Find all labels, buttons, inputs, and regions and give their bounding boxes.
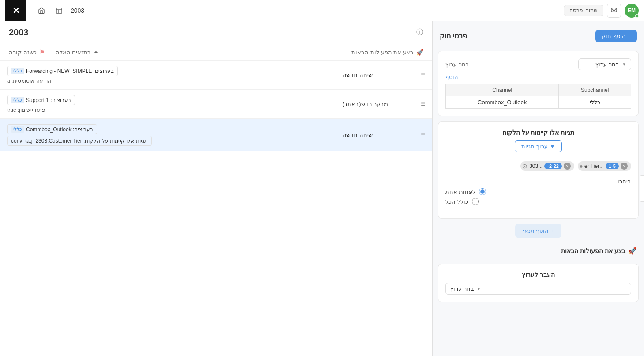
rocket-header-icon: 🚀 (416, 49, 423, 56)
table-row: כללי Commbox_Outlook (446, 96, 631, 109)
condition-badge: כללי (11, 68, 24, 74)
radio-section: ביחרו לפחות אחת כולל הכל (445, 174, 631, 211)
add-rule-button[interactable]: + הוסף חוק (595, 30, 637, 42)
nav-right: 2003 ✕ (5, 0, 84, 21)
conditions-header-icon: ✦ (94, 49, 98, 56)
dropdown-arrow: ▼ (622, 62, 626, 67)
condition-text: בערוצים: Support 1 (26, 97, 71, 103)
subchannel-header: Subchannel (559, 84, 631, 96)
radio-all[interactable] (472, 198, 479, 205)
tag-label: ...er Tier (584, 163, 604, 169)
online-dot (635, 14, 639, 18)
rule-action: שיחה חדשה (335, 119, 414, 151)
table-icon-button[interactable] (53, 4, 65, 17)
add-condition-section: + הוסף תנאי (438, 224, 639, 238)
radio-at-least[interactable] (479, 188, 486, 195)
page-header-right: ⓘ (416, 28, 423, 37)
row-menu-button[interactable]: ≡ (414, 119, 432, 151)
tag-target-icon: ⊙ (522, 163, 527, 170)
radio-label-all: כולל הכל (445, 198, 468, 205)
execute-section: 🚀 בצע את הפעולות הבאות (438, 243, 639, 258)
channel-dropdown[interactable]: ▼ בחר ערוץ (578, 58, 631, 70)
add-condition-button[interactable]: + הוסף תנאי (515, 224, 562, 238)
rule-action: שיחה חדשה (335, 61, 414, 89)
transfer-dropdown[interactable]: ▼ בחר ערוץ (445, 283, 631, 295)
list-item: × 2-22- ...303 ⊙ (520, 161, 574, 171)
channel-cell: Commbox_Outlook (446, 96, 559, 109)
info-icon[interactable]: ⓘ (416, 28, 423, 37)
tag-badge: 2-22- (544, 163, 562, 169)
table-row: ≡ שיחה חדשה בערוצים: Commbox_Outlook כלל… (0, 119, 432, 151)
channel-select-row: ▼ בחר ערוץ בחר ערוץ (445, 58, 631, 70)
condition-tag: בערוצים: Support 1 כללי (7, 95, 75, 105)
execute-header-label: בצע את הפעולות הבאות (351, 49, 414, 56)
table-row: ≡ שיחה חדשה בערוצים: Forwarding - NEW_SI… (0, 61, 432, 90)
save-publish-button[interactable]: שמור ופרסם (564, 5, 603, 16)
svg-rect-1 (56, 8, 62, 13)
flag-icon: ⚑ (39, 49, 45, 56)
home-icon-button[interactable] (35, 4, 48, 17)
rules-header-left: 🚀 בצע את הפעולות הבאות (351, 49, 423, 56)
tag-icon: ♦ (580, 163, 583, 170)
tags-row: × 1-5 ...er Tier ♦ × 2-22- ...303 ⊙ (445, 158, 631, 174)
list-item: × 1-5 ...er Tier ♦ (578, 161, 631, 171)
tag-label: ...303 (529, 163, 542, 169)
rule-conditions: בערוצים: Commbox_Outlook כללי תגיות אלו … (0, 119, 335, 151)
remove-tag-button[interactable]: × (564, 163, 571, 170)
execute-title: 🚀 בצע את הפעולות הבאות (561, 246, 637, 255)
row-menu-button[interactable]: ≡ (414, 90, 432, 118)
condition-text-2: תגיות אלו קיימות על הלקוח: conv_tag_2303… (11, 138, 148, 144)
transfer-section: העבר לערוץ ▼ בחר ערוץ (438, 264, 639, 302)
rule-conditions: בערוצים: Support 1 כללי פתח יישומון: tru… (0, 90, 335, 118)
channel-card: ▼ בחר ערוץ בחר ערוץ הוסף Subchannel Chan… (438, 51, 639, 116)
rules-header-conditions: ✦ בתנאים האלה (56, 49, 99, 56)
brand-logo: ✕ (5, 0, 26, 21)
notification-button[interactable] (607, 4, 621, 18)
transfer-title: העבר לערוץ (445, 271, 631, 278)
remove-tag-button[interactable]: × (621, 163, 628, 170)
extra-text: הודעה אוטומטית: a (7, 78, 51, 84)
edit-tags-button[interactable]: ▼ ערוך תגיות (515, 140, 562, 152)
nav-left: EM שמור ופרסם (564, 4, 639, 18)
condition-badge: כללי (11, 126, 24, 133)
condition-tag: בערוצים: Commbox_Outlook כללי (7, 124, 97, 134)
brand-icon: ✕ (12, 5, 20, 16)
top-nav: EM שמור ופרסם 2003 ✕ (0, 0, 644, 21)
channel-table: Subchannel Channel כללי Commbox_Outlook (445, 84, 631, 109)
rule-action: מבקר חדש(באתר) (335, 90, 414, 118)
dropdown-arrow-transfer: ▼ (477, 286, 481, 291)
extra-text: פתח יישומון: true (7, 107, 45, 113)
collapse-sidebar-button[interactable]: ‹ (640, 175, 644, 202)
avatar: EM (625, 4, 639, 18)
nav-number: 2003 (71, 7, 84, 14)
condition-text: בערוצים: Commbox_Outlook (26, 126, 93, 133)
condition-text: בערוצים: Forwarding - NEW_SIMPLE (26, 68, 114, 74)
sidebar-title: פרטי חוק (440, 32, 467, 40)
radio-row-all: כולל הכל (445, 198, 631, 205)
page-title: 2003 (9, 27, 29, 38)
trigger-header-label: כשזה קורה (9, 49, 37, 56)
condition-tag: בערוצים: Forwarding - NEW_SIMPLE כללי (7, 66, 118, 76)
conditions-header-label: בתנאים האלה (56, 49, 91, 56)
add-channel-link[interactable]: הוסף (445, 74, 458, 80)
row-menu-button[interactable]: ≡ (414, 61, 432, 89)
radio-row-at-least: לפחות אחת (445, 188, 631, 195)
conditions-title: תגיות אלו קיימות על הלקוח (445, 129, 631, 136)
match-title: ביחרו (445, 178, 631, 185)
channel-label: בחר ערוץ (445, 61, 469, 68)
rocket-icon: 🚀 (628, 246, 637, 255)
condition-tag-2: תגיות אלו קיימות על הלקוח: conv_tag_2303… (7, 136, 152, 146)
sidebar-header: + הוסף חוק פרטי חוק (438, 27, 639, 45)
tag-badge: 1-5 (606, 163, 619, 169)
rules-header: 🚀 בצע את הפעולות הבאות ✦ בתנאים האלה ⚑ כ… (0, 44, 432, 61)
main-content: ⓘ 2003 🚀 בצע את הפעולות הבאות ✦ בתנאים ה… (0, 21, 432, 356)
dropdown-arrow-edit: ▼ (550, 143, 555, 150)
sidebar: + הוסף חוק פרטי חוק ▼ בחר ערוץ בחר ערוץ … (432, 21, 644, 356)
condition-badge: כללי (11, 97, 24, 103)
channel-header: Channel (446, 84, 559, 96)
conditions-card: תגיות אלו קיימות על הלקוח ▼ ערוך תגיות ×… (438, 121, 639, 219)
rules-header-trigger: ⚑ כשזה קורה (9, 49, 45, 56)
table-row: ≡ מבקר חדש(באתר) בערוצים: Support 1 כללי… (0, 90, 432, 119)
rule-conditions: בערוצים: Forwarding - NEW_SIMPLE כללי הו… (0, 61, 335, 89)
page-container: + הוסף חוק פרטי חוק ▼ בחר ערוץ בחר ערוץ … (0, 21, 644, 356)
